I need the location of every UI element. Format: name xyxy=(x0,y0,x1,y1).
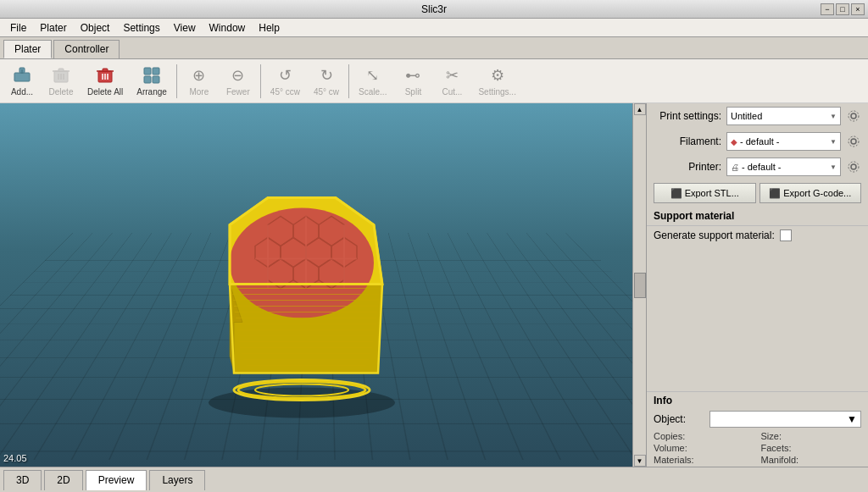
cut-label: Cut... xyxy=(442,87,462,97)
svg-rect-0 xyxy=(14,73,30,81)
svg-point-60 xyxy=(849,111,859,121)
tab-preview[interactable]: Preview xyxy=(86,470,147,490)
scroll-up-button[interactable]: ▲ xyxy=(634,103,646,115)
svg-point-63 xyxy=(851,164,856,169)
info-object-label: Object: xyxy=(654,413,704,425)
info-header: Info xyxy=(647,392,868,409)
filament-row: Filament: ◆ - default - ▼ xyxy=(647,129,868,154)
menu-view[interactable]: View xyxy=(167,20,203,36)
restore-button[interactable]: □ xyxy=(836,3,849,15)
svg-rect-18 xyxy=(153,76,159,83)
svg-rect-14 xyxy=(103,69,108,71)
scale-button[interactable]: ⤡ Scale... xyxy=(353,62,392,100)
svg-rect-15 xyxy=(144,68,151,75)
separator-1 xyxy=(176,64,177,98)
size-label: Size: xyxy=(761,431,782,441)
menu-window[interactable]: Window xyxy=(203,20,253,36)
print-settings-label: Print settings: xyxy=(654,110,721,122)
info-facets-cell: Facets: xyxy=(761,443,862,453)
menu-plater[interactable]: Plater xyxy=(33,20,73,36)
tab-layers[interactable]: Layers xyxy=(149,470,205,490)
print-settings-value: Untitled xyxy=(731,111,830,121)
menu-bar: File Plater Object Settings View Window … xyxy=(0,19,868,37)
export-stl-button[interactable]: ⬛ Export STL... xyxy=(654,183,756,203)
filament-value: - default - xyxy=(740,136,830,146)
menu-object[interactable]: Object xyxy=(74,20,117,36)
info-size-cell: Size: xyxy=(761,431,862,441)
title-bar-controls[interactable]: − □ × xyxy=(821,3,865,15)
rotate-cw-button[interactable]: ↻ 45° cw xyxy=(308,62,345,100)
info-grid: Copies: Size: Volume: Facets: Materials: xyxy=(647,429,868,467)
generate-support-checkbox[interactable] xyxy=(780,229,792,241)
fewer-button[interactable]: ⊖ Fewer xyxy=(220,62,257,100)
materials-label: Materials: xyxy=(654,455,694,465)
scrollbar-thumb[interactable] xyxy=(634,273,646,298)
filament-label: Filament: xyxy=(654,135,721,147)
print-settings-gear[interactable] xyxy=(846,108,861,124)
minimize-button[interactable]: − xyxy=(821,3,834,15)
printer-dropdown[interactable]: 🖨 - default - ▼ xyxy=(726,158,841,176)
rotate-cw-label: 45° cw xyxy=(314,87,339,97)
svg-rect-16 xyxy=(153,68,159,75)
delete-all-button[interactable]: Delete All xyxy=(81,62,129,100)
split-button[interactable]: ⊷ Split xyxy=(394,62,431,100)
more-button[interactable]: ⊕ More xyxy=(181,62,218,100)
delete-all-label: Delete All xyxy=(87,87,123,97)
info-object-arrow: ▼ xyxy=(847,413,857,425)
viewport-scrollbar[interactable]: ▲ ▼ xyxy=(632,103,646,467)
scale-label: Scale... xyxy=(359,87,387,97)
menu-file[interactable]: File xyxy=(3,20,33,36)
delete-all-icon xyxy=(95,65,115,86)
coord-label: 24.05 xyxy=(3,453,27,463)
svg-point-64 xyxy=(849,162,859,172)
export-stl-icon: ⬛ xyxy=(670,188,682,199)
separator-3 xyxy=(348,64,349,98)
export-stl-label: Export STL... xyxy=(685,188,739,198)
settings-button[interactable]: ⚙ Settings... xyxy=(472,62,521,100)
info-manifold-cell: Manifold: xyxy=(761,455,862,465)
info-volume-cell: Volume: xyxy=(654,443,754,453)
arrange-icon xyxy=(142,65,162,86)
copies-label: Copies: xyxy=(654,431,685,441)
scale-icon: ⤡ xyxy=(363,65,383,86)
separator-2 xyxy=(260,64,261,98)
printer-gear[interactable] xyxy=(846,159,861,174)
settings-label: Settings... xyxy=(478,87,515,97)
add-button[interactable]: Add... xyxy=(3,62,41,100)
filament-arrow: ▼ xyxy=(830,138,837,146)
filament-gear[interactable] xyxy=(846,134,861,149)
panel-spacer xyxy=(647,245,868,391)
cut-button[interactable]: ✂ Cut... xyxy=(433,62,470,100)
info-object-dropdown[interactable]: ▼ xyxy=(709,411,861,428)
tab-plater[interactable]: Plater xyxy=(3,40,52,58)
tab-bar: Plater Controller xyxy=(0,37,868,59)
split-icon: ⊷ xyxy=(403,65,423,86)
arrange-button[interactable]: Arrange xyxy=(131,62,173,100)
3d-model xyxy=(136,140,476,430)
settings-icon: ⚙ xyxy=(487,65,508,86)
close-button[interactable]: × xyxy=(851,3,865,15)
rotate-ccw-button[interactable]: ↺ 45° ccw xyxy=(264,62,306,100)
rotate-ccw-icon: ↺ xyxy=(275,65,295,86)
viewport-background: 24.05 xyxy=(0,103,646,467)
menu-help[interactable]: Help xyxy=(252,20,287,36)
info-section: Info Object: ▼ Copies: Size: Volume xyxy=(647,391,868,467)
viewport[interactable]: 24.05 ▲ ▼ xyxy=(0,103,646,467)
export-gcode-button[interactable]: ⬛ Export G-code... xyxy=(760,183,862,203)
cut-icon: ✂ xyxy=(442,65,462,86)
tab-3d[interactable]: 3D xyxy=(3,470,42,490)
delete-button[interactable]: Delete xyxy=(42,62,80,100)
title-bar: Slic3r − □ × xyxy=(0,0,868,19)
info-copies-cell: Copies: xyxy=(654,431,754,441)
tab-2d[interactable]: 2D xyxy=(44,470,82,490)
print-settings-arrow: ▼ xyxy=(830,113,837,120)
rotate-ccw-label: 45° ccw xyxy=(270,87,300,97)
scroll-down-button[interactable]: ▼ xyxy=(634,455,646,467)
filament-dropdown[interactable]: ◆ - default - ▼ xyxy=(726,132,841,151)
add-icon xyxy=(12,65,32,86)
menu-settings[interactable]: Settings xyxy=(116,20,166,36)
printer-label: Printer: xyxy=(654,161,721,173)
print-settings-dropdown[interactable]: Untitled ▼ xyxy=(726,107,841,125)
svg-rect-8 xyxy=(58,69,64,71)
tab-controller[interactable]: Controller xyxy=(53,40,120,58)
